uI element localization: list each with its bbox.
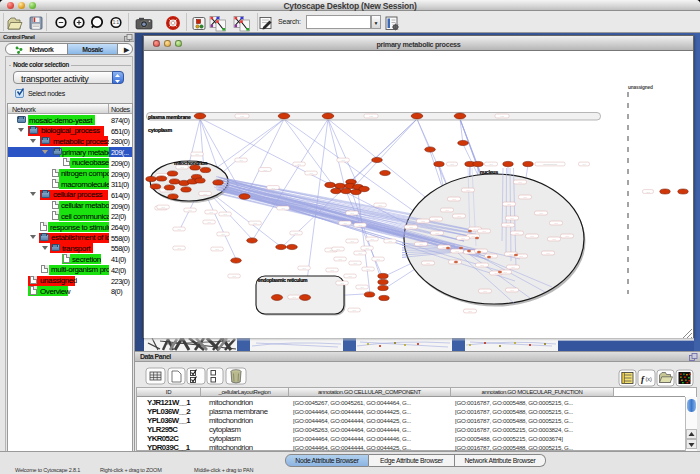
- svg-text:.. ..: .. ..: [515, 231, 518, 235]
- svg-text:.. ..: .. ..: [434, 217, 437, 221]
- svg-text:.. ..: .. ..: [188, 208, 191, 212]
- svg-text:.. ..: .. ..: [370, 237, 373, 241]
- svg-text:.. ..: .. ..: [207, 220, 210, 224]
- svg-text:.. ..: .. ..: [358, 251, 361, 255]
- svg-text:.. ..: .. ..: [271, 186, 274, 190]
- svg-text:.. ..: .. ..: [539, 211, 542, 215]
- svg-text:.. ..: .. ..: [223, 212, 226, 216]
- svg-text:.. ..: .. ..: [511, 265, 514, 269]
- svg-text:.. ..: .. ..: [297, 162, 300, 166]
- svg-text:cytoplasm: cytoplasm: [148, 127, 172, 133]
- svg-text:.. ..: .. ..: [352, 308, 355, 312]
- svg-text:.. ..: .. ..: [554, 221, 557, 225]
- svg-text:.. ..: .. ..: [338, 257, 341, 261]
- svg-text:.. ..: .. ..: [239, 158, 242, 162]
- svg-text:.. ..: .. ..: [582, 162, 585, 166]
- svg-text:.. ..: .. ..: [388, 239, 391, 243]
- svg-text:.. ..: .. ..: [376, 257, 379, 261]
- svg-text:.. ..: .. ..: [503, 270, 506, 274]
- svg-text:.. ..: .. ..: [366, 267, 369, 271]
- svg-text:.. ..: .. ..: [161, 205, 164, 209]
- svg-text:.. ..: .. ..: [426, 261, 429, 265]
- svg-text:nucleus: nucleus: [480, 169, 498, 175]
- svg-text:.. ..: .. ..: [215, 247, 218, 251]
- svg-text:.. ..: .. ..: [292, 295, 295, 299]
- svg-text:.. ..: .. ..: [330, 268, 333, 272]
- svg-text:.. ..: .. ..: [646, 190, 649, 194]
- svg-text:.. ..: .. ..: [509, 252, 512, 256]
- svg-text:.. ..: .. ..: [209, 210, 212, 214]
- svg-text:.. ..: .. ..: [358, 223, 361, 227]
- svg-text:.. ..: .. ..: [360, 285, 363, 289]
- svg-text:.. ..: .. ..: [294, 231, 297, 235]
- svg-text:.. ..: .. ..: [523, 195, 526, 199]
- svg-text:.. ..: .. ..: [445, 208, 448, 212]
- svg-text:.. ..: .. ..: [565, 234, 568, 238]
- svg-text:.. ..: .. ..: [348, 274, 351, 278]
- svg-text:.. ..: .. ..: [483, 289, 486, 293]
- svg-text:.. ..: .. ..: [435, 231, 438, 235]
- svg-text:.. ..: .. ..: [510, 288, 513, 292]
- svg-text:endoplasmic reticulum: endoplasmic reticulum: [258, 277, 308, 283]
- svg-text:.. ..: .. ..: [336, 247, 339, 251]
- svg-text:.. ..: .. ..: [546, 251, 549, 255]
- svg-text:.. ..: .. ..: [450, 162, 453, 166]
- svg-text:.. ..: .. ..: [180, 165, 183, 169]
- svg-text:.. ..: .. ..: [421, 219, 424, 223]
- svg-text:.. ..: .. ..: [353, 261, 356, 265]
- svg-text:.. ..: .. ..: [177, 227, 180, 231]
- svg-text:mitochondrion: mitochondrion: [174, 160, 207, 166]
- svg-text:.. ..: .. ..: [473, 227, 476, 231]
- svg-text:.. ..: .. ..: [471, 234, 474, 238]
- svg-text:.. ..: .. ..: [253, 221, 256, 225]
- svg-text:.. ..: .. ..: [494, 271, 497, 275]
- svg-text:.. ..: .. ..: [452, 197, 455, 201]
- svg-text:(x): (x): [646, 376, 653, 382]
- svg-text:.. ..: .. ..: [518, 180, 521, 184]
- svg-text:.. ..: .. ..: [519, 254, 522, 258]
- svg-text:.. ..: .. ..: [457, 214, 460, 218]
- svg-text:.......................: .......................: [543, 162, 557, 166]
- svg-text:.. ..: .. ..: [506, 223, 509, 227]
- svg-text:plasma membrane: plasma membrane: [148, 114, 191, 120]
- svg-text:.. ..: .. ..: [461, 236, 464, 240]
- svg-text:.. ..: .. ..: [480, 263, 483, 267]
- svg-text:.. ..: .. ..: [468, 309, 471, 313]
- svg-text:1:1: 1:1: [113, 20, 120, 25]
- svg-text:.. ..: .. ..: [302, 266, 305, 270]
- svg-text:.. ..: .. ..: [466, 188, 469, 192]
- svg-text:.. ..: .. ..: [232, 274, 235, 278]
- svg-text:.. ..: .. ..: [378, 203, 381, 207]
- svg-text:.. ..: .. ..: [419, 242, 422, 246]
- svg-text:.. ..: .. ..: [343, 221, 346, 225]
- svg-text:.. ..: .. ..: [350, 239, 353, 243]
- svg-text:.. ..: .. ..: [281, 206, 284, 210]
- svg-text:.. ...: .. ...: [500, 114, 504, 118]
- svg-text:.. ..: .. ..: [340, 281, 343, 285]
- svg-text:.. ..: .. ..: [195, 152, 198, 156]
- svg-text:.. ..: .. ..: [263, 168, 266, 172]
- svg-text:.. ..: .. ..: [489, 162, 492, 166]
- svg-text:.. ..: .. ..: [365, 246, 368, 250]
- svg-text:.. ..: .. ..: [455, 249, 458, 253]
- svg-text:unassigned: unassigned: [628, 85, 653, 90]
- svg-text:.. ..: .. ..: [482, 229, 485, 233]
- svg-text:.. ..: .. ..: [177, 246, 180, 250]
- svg-text:.. ..: .. ..: [507, 202, 510, 206]
- svg-text:.. ..: .. ..: [203, 192, 206, 196]
- svg-text:.. ..: .. ..: [221, 232, 224, 236]
- svg-text:.. ..: .. ..: [510, 216, 513, 220]
- svg-text:.. ..: .. ..: [530, 234, 533, 238]
- svg-text:.. ..: .. ..: [409, 225, 412, 229]
- svg-text:.. ..: .. ..: [442, 245, 445, 249]
- svg-text:.. ..: .. ..: [552, 237, 555, 241]
- svg-text:.. ...: .. ...: [369, 114, 373, 118]
- svg-text:.. ..: .. ..: [341, 158, 344, 162]
- svg-text:.. ...: .. ...: [240, 114, 244, 118]
- svg-text:.. ..: .. ..: [309, 171, 312, 175]
- svg-text:.. ..: .. ..: [350, 211, 353, 215]
